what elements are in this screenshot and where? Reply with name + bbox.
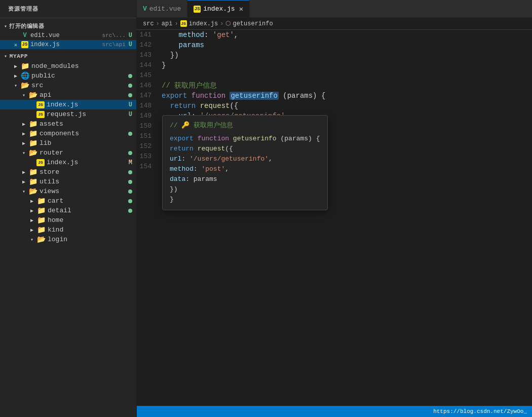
editor-badge: U (129, 41, 132, 48)
tree-item-label: node_modules (31, 62, 132, 70)
tree-item-node-modules[interactable]: ▶ 📁 node_modules (0, 61, 136, 71)
tree-item-public[interactable]: ▶ 🌐 public (0, 71, 136, 81)
line-number: 150 (137, 121, 160, 131)
tree-item-router-index-js[interactable]: JS index.js M (0, 158, 136, 167)
line-content: params (160, 40, 532, 50)
line-number: 143 (137, 50, 160, 60)
close-icon[interactable]: ✕ (12, 42, 19, 48)
open-editors-header[interactable]: ▾ 打开的编辑器 (0, 21, 136, 31)
modified-dot (128, 132, 132, 136)
hover-code-line: return request({ (170, 144, 320, 154)
tree-item-components[interactable]: ▶ 📁 components (0, 129, 136, 138)
tree-item-label: api (40, 91, 125, 99)
hover-popup: // 🔑 获取用户信息 export function getuserinfo … (162, 115, 328, 210)
tree-item-label: index.js (47, 101, 126, 108)
tree-item-label: public (31, 72, 125, 80)
folder-arrow: ▾ (12, 83, 19, 89)
tree-item-label: views (40, 187, 125, 195)
folder-arrow: ▶ (20, 121, 27, 127)
tree-item-kind[interactable]: ▶ 📁 kind (0, 225, 136, 235)
tab-label: edit.vue (149, 5, 181, 13)
breadcrumb-sep: › (156, 20, 160, 27)
folder-arrow: ▶ (20, 131, 27, 137)
line-number: 154 (137, 162, 160, 172)
tree-item-label: router (40, 149, 125, 157)
tree-item-src[interactable]: ▾ 📂 src (0, 81, 136, 90)
folder-icon: 🌐 (20, 72, 29, 80)
tree-item-detail[interactable]: ▶ 📁 detail (0, 206, 136, 215)
folder-arrow: ▶ (20, 179, 27, 185)
line-content (160, 70, 532, 81)
code-line-146: 146 // 获取用户信息 (137, 81, 532, 91)
line-number: 152 (137, 141, 160, 151)
open-editors-section: ▾ 打开的编辑器 V edit.vue src\... U ✕ JS index… (0, 18, 136, 51)
folder-arrow: ▾ (20, 188, 27, 195)
modified-dot (128, 199, 132, 203)
tree-item-request-js[interactable]: JS request.js U (0, 109, 136, 119)
folder-icon: 📂 (36, 236, 46, 243)
folder-icon: 📁 (36, 207, 46, 214)
folder-icon: 📁 (36, 226, 46, 234)
tree-item-label: cart (48, 197, 125, 205)
folder-icon: 📁 (28, 169, 37, 176)
tab-index-js[interactable]: JS index.js ✕ (187, 0, 250, 17)
tab-close-icon[interactable]: ✕ (239, 5, 243, 13)
tree-item-cart[interactable]: ▶ 📁 cart (0, 196, 136, 206)
line-number: 151 (137, 131, 160, 141)
tree-item-api-index-js[interactable]: JS index.js U (0, 100, 136, 109)
tree-item-label: components (40, 130, 125, 137)
breadcrumb-part: src (143, 20, 154, 27)
tree-item-router[interactable]: ▾ 📂 router (0, 148, 136, 158)
tree-item-api[interactable]: ▾ 📂 api (0, 90, 136, 100)
status-link[interactable]: https://blog.csdn.net/ZywOo_ (433, 408, 527, 414)
tree-item-assets[interactable]: ▶ 📁 assets (0, 119, 136, 129)
line-number: 144 (137, 60, 160, 70)
tree-item-views[interactable]: ▾ 📂 views (0, 186, 136, 196)
code-container[interactable]: 141 method: 'get', 142 params 143 }) 144… (137, 30, 532, 406)
tab-edit-vue[interactable]: V edit.vue (137, 0, 187, 17)
hover-code-line: method: 'post', (170, 164, 320, 174)
hover-popup-code: export function getuserinfo (params) { r… (170, 134, 320, 205)
project-root[interactable]: ▾ MYAPP (0, 51, 136, 61)
line-number: 148 (137, 101, 160, 111)
folder-icon: 📁 (20, 63, 29, 70)
editor-filepath: src\... (102, 32, 126, 39)
tree-item-label: store (40, 168, 125, 176)
code-line-145: 145 (137, 70, 532, 81)
hover-comment-text: // 🔑 获取用户信息 (170, 122, 233, 129)
modified-dot (128, 93, 132, 97)
folder-arrow: ▾ (20, 92, 27, 98)
tabs-bar: V edit.vue JS index.js ✕ (137, 0, 532, 18)
tree-item-lib[interactable]: ▶ 📁 lib (0, 138, 136, 148)
code-line-141: 141 method: 'get', (137, 30, 532, 40)
modified-dot (128, 170, 132, 174)
js-file-icon: JS (36, 101, 45, 108)
func-breadcrumb-icon: ⬡ (225, 20, 231, 27)
breadcrumb-part: api (162, 20, 173, 27)
folder-icon: 📁 (28, 140, 37, 147)
code-line-144: 144 } (137, 60, 532, 70)
tree-item-label: home (48, 216, 132, 224)
line-content: export function getuserinfo (params) { (160, 91, 532, 101)
folder-icon: 📂 (28, 188, 37, 195)
code-line-148: 148 return request({ (137, 101, 532, 111)
tree-item-home[interactable]: ▶ 📁 home (0, 215, 136, 225)
status-bar: https://blog.csdn.net/ZywOo_ (137, 406, 532, 417)
file-badge: M (129, 159, 132, 166)
file-badge: U (129, 101, 132, 108)
folder-arrow: ▾ (20, 150, 27, 156)
breadcrumb: src › api › JS index.js › ⬡ getuserinfo (137, 18, 532, 30)
js-breadcrumb-icon: JS (180, 20, 187, 27)
editor-badge: U (129, 32, 132, 39)
tree-item-label: src (31, 82, 125, 89)
open-editor-index-js[interactable]: ✕ JS index.js src\api U (0, 40, 136, 49)
sidebar-title: 资源管理器 (0, 0, 136, 18)
open-editor-edit-vue[interactable]: V edit.vue src\... U (0, 31, 136, 40)
breadcrumb-sep: › (174, 20, 178, 27)
tree-item-utils[interactable]: ▶ 📁 utils (0, 177, 136, 186)
tree-item-label: index.js (47, 159, 126, 166)
tree-item-label: request.js (47, 110, 126, 118)
tree-item-store[interactable]: ▶ 📁 store (0, 167, 136, 177)
tree-item-login[interactable]: ▾ 📂 login (0, 235, 136, 244)
breadcrumb-part: index.js (189, 20, 218, 27)
